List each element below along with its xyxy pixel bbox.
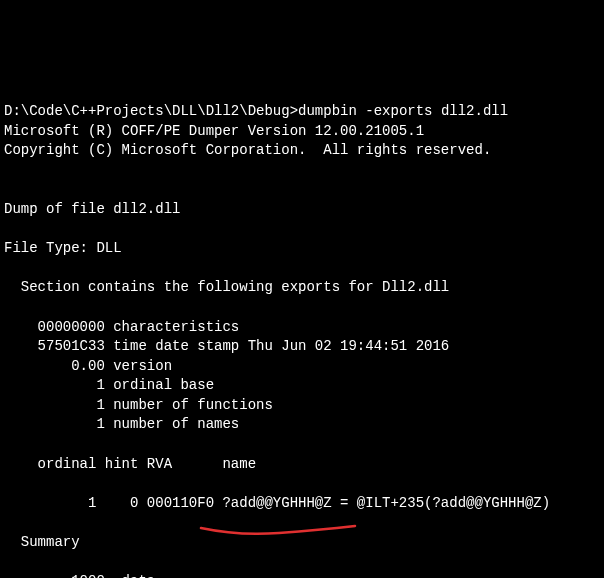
terminal-output: D:\Code\C++Projects\DLL\Dll2\Debug>dumpb… [4,82,600,578]
column-headers: ordinal hint RVA name [4,456,256,472]
dump-title: Dump of file dll2.dll [4,201,180,217]
prompt-command: dumpbin -exports dll2.dll [298,103,508,119]
file-type: File Type: DLL [4,240,122,256]
header-line1: Microsoft (R) COFF/PE Dumper Version 12.… [4,123,424,139]
export-entry: 1 0 000110F0 ?add@@YGHHH@Z = @ILT+235(?a… [4,495,550,511]
characteristics-line: 00000000 characteristics [4,319,239,335]
ordinal-base-line: 1 ordinal base [4,377,214,393]
num-names-line: 1 number of names [4,416,239,432]
summary-row: 1000 .data [4,573,155,578]
num-functions-line: 1 number of functions [4,397,273,413]
section-header: Section contains the following exports f… [4,279,449,295]
header-line2: Copyright (C) Microsoft Corporation. All… [4,142,491,158]
summary-title: Summary [4,534,80,550]
timestamp-line: 57501C33 time date stamp Thu Jun 02 19:4… [4,338,449,354]
version-line: 0.00 version [4,358,172,374]
prompt-path: D:\Code\C++Projects\DLL\Dll2\Debug> [4,103,298,119]
